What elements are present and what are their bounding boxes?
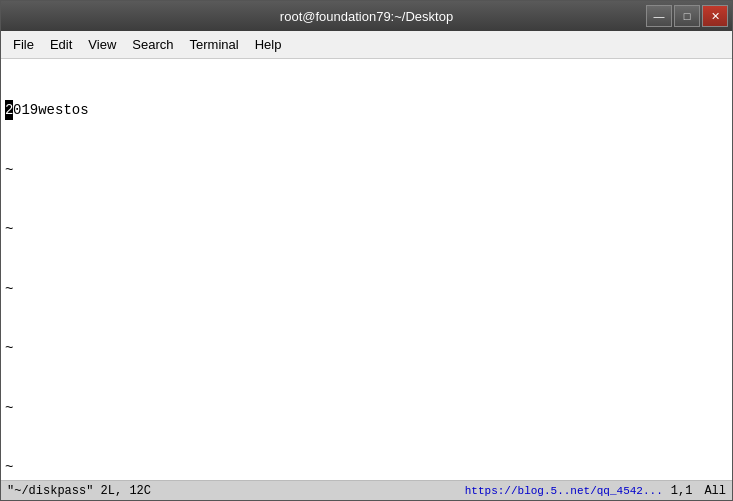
window-controls: — □ ✕ — [646, 5, 728, 27]
menu-terminal[interactable]: Terminal — [182, 34, 247, 55]
menu-edit[interactable]: Edit — [42, 34, 80, 55]
cursor: 2 — [5, 100, 13, 120]
editor-content[interactable]: 2019westos ~ ~ ~ ~ ~ ~ ~ ~ ~ ~ ~ ~ ~ ~ ~… — [1, 59, 732, 480]
close-button[interactable]: ✕ — [702, 5, 728, 27]
status-bar: "~/diskpass" 2L, 12C https://blog.5..net… — [1, 480, 732, 500]
scroll-position: All — [704, 484, 726, 498]
status-file-info: "~/diskpass" 2L, 12C — [7, 484, 457, 498]
tilde-4: ~ — [5, 338, 728, 358]
window-title: root@foundation79:~/Desktop — [280, 9, 453, 24]
tilde-5: ~ — [5, 398, 728, 418]
tilde-2: ~ — [5, 219, 728, 239]
line-text-1: 019westos — [13, 102, 89, 118]
minimize-button[interactable]: — — [646, 5, 672, 27]
cursor-position: 1,1 — [671, 484, 693, 498]
status-url: https://blog.5..net/qq_4542... — [465, 485, 663, 497]
editor-area[interactable]: 2019westos ~ ~ ~ ~ ~ ~ ~ ~ ~ ~ ~ ~ ~ ~ ~… — [1, 59, 732, 480]
menu-file[interactable]: File — [5, 34, 42, 55]
editor-line-1: 2019westos — [5, 100, 728, 120]
menu-view[interactable]: View — [80, 34, 124, 55]
title-bar: root@foundation79:~/Desktop — □ ✕ — [1, 1, 732, 31]
menu-search[interactable]: Search — [124, 34, 181, 55]
tilde-1: ~ — [5, 160, 728, 180]
menu-bar: File Edit View Search Terminal Help — [1, 31, 732, 59]
maximize-button[interactable]: □ — [674, 5, 700, 27]
terminal-window: root@foundation79:~/Desktop — □ ✕ File E… — [0, 0, 733, 501]
status-position: 1,1 All — [671, 484, 726, 498]
tilde-6: ~ — [5, 457, 728, 477]
menu-help[interactable]: Help — [247, 34, 290, 55]
tilde-3: ~ — [5, 279, 728, 299]
